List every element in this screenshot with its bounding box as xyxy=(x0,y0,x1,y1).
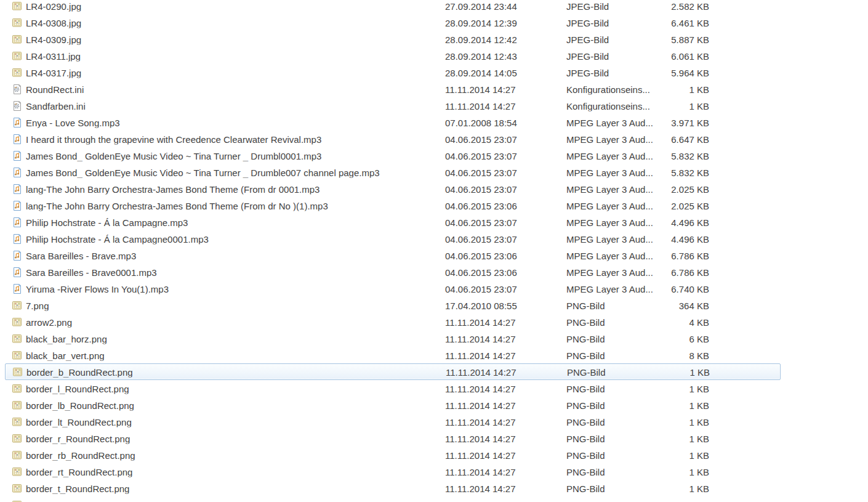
file-type: JPEG-Bild xyxy=(566,51,609,61)
file-row[interactable]: Enya - Love Song.mp3 07.01.2008 18:54 MP… xyxy=(5,114,781,131)
modified-date: 28.09.2014 12:43 xyxy=(445,51,517,61)
file-row[interactable]: Sara Bareilles - Brave0001.mp3 04.06.201… xyxy=(5,264,781,280)
file-row[interactable]: border_lt_RoundRect.png 11.11.2014 14:27… xyxy=(5,413,781,430)
file-name: LR4-0311.jpg xyxy=(26,51,81,61)
file-name: lang-The John Barry Orchestra-James Bond… xyxy=(26,200,328,211)
file-name: border_r_RoundRect.png xyxy=(26,433,130,443)
file-row[interactable]: Yiruma -River Flows In You(1).mp3 04.06.… xyxy=(5,280,781,297)
file-icon xyxy=(12,484,22,493)
music-note-file-icon xyxy=(12,134,22,144)
file-row[interactable]: border_t_RoundRect.png 11.11.2014 14:27 … xyxy=(5,480,781,496)
file-size: 2.582 KB xyxy=(605,1,709,11)
modified-date: 07.01.2008 18:54 xyxy=(445,117,517,128)
file-name: 7.png xyxy=(26,300,49,310)
modified-date: 04.06.2015 23:07 xyxy=(445,134,517,144)
file-name: border_l_RoundRect.png xyxy=(26,383,129,394)
gear-file-icon xyxy=(12,101,22,111)
modified-date: 11.11.2014 14:27 xyxy=(445,466,516,477)
modified-date: 11.11.2014 14:27 xyxy=(445,350,516,360)
file-row[interactable]: border_r_RoundRect.png 11.11.2014 14:27 … xyxy=(5,430,781,447)
file-type: PNG-Bild xyxy=(566,433,605,443)
modified-date: 11.11.2014 14:27 xyxy=(445,400,516,410)
file-icon xyxy=(12,234,22,244)
file-name: James Bond_ GoldenEye Music Video ~ Tina… xyxy=(26,167,380,177)
file-row[interactable]: RoundRect.ini 11.11.2014 14:27 Konfigura… xyxy=(5,81,781,97)
file-row[interactable]: lang-The John Barry Orchestra-James Bond… xyxy=(5,180,781,197)
file-row[interactable]: LR4-0317.jpg 28.09.2014 14:05 JPEG-Bild … xyxy=(5,64,781,81)
file-icon xyxy=(12,467,22,477)
file-type: PNG-Bild xyxy=(566,416,605,427)
file-name: lang-The John Barry Orchestra-James Bond… xyxy=(26,184,319,194)
file-icon xyxy=(12,301,22,310)
file-row[interactable]: LR4-0311.jpg 28.09.2014 12:43 JPEG-Bild … xyxy=(5,47,781,64)
music-note-file-icon xyxy=(12,217,22,227)
file-size: 1 KB xyxy=(605,400,709,410)
modified-date: 11.11.2014 14:27 xyxy=(445,416,516,427)
file-name: black_bar_vert.png xyxy=(26,350,105,360)
file-icon xyxy=(12,434,22,443)
image-file-icon xyxy=(12,68,22,78)
file-size: 6.786 KB xyxy=(605,267,709,277)
file-row[interactable]: 7.png 17.04.2010 08:55 PNG-Bild 364 KB xyxy=(5,297,781,314)
file-size: 1 KB xyxy=(605,466,709,477)
music-note-file-icon xyxy=(12,284,22,294)
modified-date: 04.06.2015 23:07 xyxy=(445,184,517,194)
file-row[interactable]: black_bar_vert.png 11.11.2014 14:27 PNG-… xyxy=(5,347,781,363)
file-size: 5.887 KB xyxy=(605,34,709,44)
modified-date: 04.06.2015 23:06 xyxy=(445,250,517,261)
file-row[interactable]: James Bond_ GoldenEye Music Video ~ Tina… xyxy=(5,147,781,164)
modified-date: 17.04.2010 08:55 xyxy=(445,300,517,310)
file-type: PNG-Bild xyxy=(566,350,605,360)
image-file-icon xyxy=(12,350,22,360)
file-row[interactable]: 11.11.2014 14:27 PNG-Bild 12 KB xyxy=(5,496,781,502)
file-row[interactable]: LR4-0308.jpg 28.09.2014 12:39 JPEG-Bild … xyxy=(5,14,781,31)
file-row[interactable]: arrow2.png 11.11.2014 14:27 PNG-Bild 4 K… xyxy=(5,314,781,330)
file-size: 5.964 KB xyxy=(605,67,709,78)
file-row[interactable]: Philip Hochstrate - Á la Campagne.mp3 04… xyxy=(5,214,781,230)
file-size: 6 KB xyxy=(605,333,709,344)
file-name: Philip Hochstrate - Á la Campagne0001.mp… xyxy=(26,233,209,244)
file-size: 4.496 KB xyxy=(605,233,709,244)
file-name: James Bond_ GoldenEye Music Video ~ Tina… xyxy=(26,150,321,161)
file-row[interactable]: LR4-0309.jpg 28.09.2014 12:42 JPEG-Bild … xyxy=(5,31,781,47)
file-row[interactable]: lang-The John Barry Orchestra-James Bond… xyxy=(5,197,781,214)
image-file-icon xyxy=(12,51,22,61)
file-row[interactable]: border_rt_RoundRect.png 11.11.2014 14:27… xyxy=(5,463,781,480)
file-row[interactable]: I heard it through the grapevine with Cr… xyxy=(5,131,781,147)
file-size: 6.647 KB xyxy=(605,134,709,144)
file-name: border_rt_RoundRect.png xyxy=(26,466,132,477)
file-name: RoundRect.ini xyxy=(26,84,84,94)
file-size: 1 KB xyxy=(605,383,709,394)
file-row[interactable]: border_lb_RoundRect.png 11.11.2014 14:27… xyxy=(5,397,781,413)
file-row[interactable]: Philip Hochstrate - Á la Campagne0001.mp… xyxy=(5,230,781,247)
modified-date: 04.06.2015 23:06 xyxy=(445,200,517,211)
file-name: LR4-0309.jpg xyxy=(26,34,81,44)
image-file-icon xyxy=(12,484,22,493)
file-type: PNG-Bild xyxy=(566,483,605,493)
file-name: border_rb_RoundRect.png xyxy=(26,450,135,460)
gear-file-icon xyxy=(12,84,22,94)
file-size: 6.786 KB xyxy=(605,250,709,261)
modified-date: 28.09.2014 12:39 xyxy=(445,17,517,28)
file-name: Philip Hochstrate - Á la Campagne.mp3 xyxy=(26,217,188,227)
file-name: LR4-0317.jpg xyxy=(26,67,81,78)
file-row[interactable]: Sandfarben.ini 11.11.2014 14:27 Konfigur… xyxy=(5,97,781,114)
image-file-icon xyxy=(12,467,22,477)
file-row[interactable]: James Bond_ GoldenEye Music Video ~ Tina… xyxy=(5,164,781,180)
file-row[interactable]: border_l_RoundRect.png 11.11.2014 14:27 … xyxy=(5,380,781,397)
file-name: border_lt_RoundRect.png xyxy=(26,416,132,427)
file-size: 1 KB xyxy=(605,100,709,111)
modified-date: 11.11.2014 14:27 xyxy=(445,500,516,502)
file-name: border_b_RoundRect.png xyxy=(26,366,133,377)
file-size: 4.496 KB xyxy=(605,217,709,227)
file-size: 4 KB xyxy=(605,317,709,327)
file-row[interactable]: border_rb_RoundRect.png 11.11.2014 14:27… xyxy=(5,447,781,463)
file-icon xyxy=(12,334,22,344)
file-row[interactable]: black_bar_horz.png 11.11.2014 14:27 PNG-… xyxy=(5,330,781,347)
file-row[interactable]: Sara Bareilles - Brave.mp3 04.06.2015 23… xyxy=(5,247,781,264)
file-row[interactable]: border_b_RoundRect.png 11.11.2014 14:27 … xyxy=(5,363,781,380)
file-row[interactable]: LR4-0290.jpg 27.09.2014 23:44 JPEG-Bild … xyxy=(5,0,781,14)
file-icon xyxy=(12,1,22,11)
file-size: 1 KB xyxy=(605,84,709,94)
file-icon xyxy=(12,151,22,161)
